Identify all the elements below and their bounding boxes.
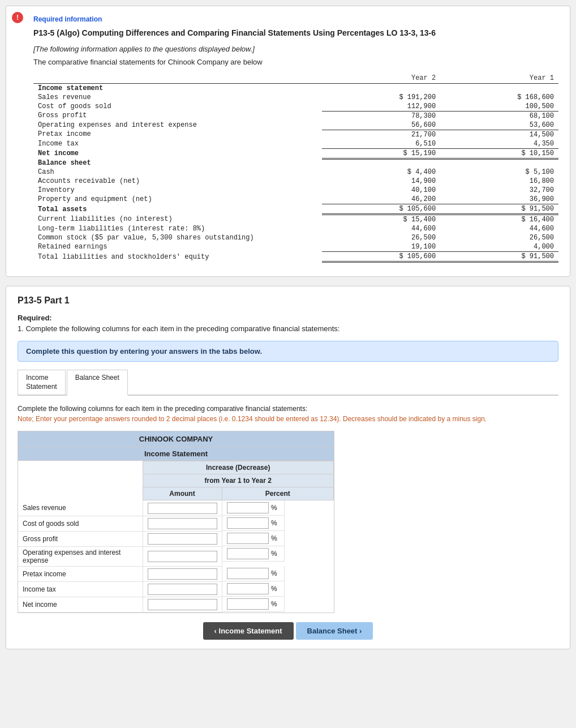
percent-input-cell-gp[interactable]: % (222, 531, 285, 546)
prev-button[interactable]: ‹ Income Statement (203, 622, 294, 640)
table-row: Inventory 40,100 32,700 (33, 186, 558, 195)
table-row: Long-term liabilities (interest rate: 8%… (33, 224, 558, 233)
percent-input-cell-sales[interactable]: % (222, 500, 285, 516)
percent-input-cell-opex[interactable]: % (222, 546, 285, 562)
table-row: Accounts receivable (net) 14,900 16,800 (33, 177, 558, 186)
chinook-row-opex: Operating expenses and interest expense … (18, 546, 334, 566)
required-info-link[interactable]: Required information (33, 15, 558, 23)
table-row: Gross profit 78,300 68,100 (33, 111, 558, 121)
from-year-header: from Year 1 to Year 2 (143, 474, 334, 487)
year1-header: Year 1 (440, 73, 558, 84)
percent-input-cell-netincome[interactable]: % (222, 597, 285, 612)
percent-sign: % (269, 519, 277, 527)
percent-sign: % (269, 569, 277, 577)
table-row: Net income $ 15,190 $ 10,150 (33, 148, 558, 159)
amount-input-cell-netincome[interactable] (143, 597, 222, 612)
next-button[interactable]: Balance Sheet › (296, 622, 373, 640)
table-row: Property and equipment (net) 46,200 36,9… (33, 195, 558, 204)
amount-input-sales[interactable] (148, 503, 217, 514)
chinook-table-wrapper: CHINOOK COMPANY Income Statement Increas… (18, 431, 334, 613)
table-row: Operating expenses and interest expense … (33, 121, 558, 130)
increase-decrease-header: Increase (Decrease) (143, 461, 334, 474)
table-row: Total liabilities and stockholders' equi… (33, 252, 558, 262)
year2-header: Year 2 (322, 73, 440, 84)
percent-input-cell-tax[interactable]: % (222, 581, 285, 597)
percent-sign: % (269, 600, 277, 608)
note-orange: Note; Enter your percentage answers roun… (18, 415, 487, 423)
chinook-row-netincome: Net income % (18, 597, 334, 612)
row-label-gp: Gross profit (18, 531, 143, 546)
amount-input-cell-cogs[interactable] (143, 516, 222, 531)
percent-input-netincome[interactable] (227, 598, 269, 610)
problem-title: P13-5 (Algo) Computing Differences and C… (33, 28, 558, 39)
percent-input-tax[interactable] (227, 583, 269, 594)
percent-input-gp[interactable] (227, 533, 269, 544)
amount-input-netincome[interactable] (148, 599, 217, 610)
percent-sign: % (269, 534, 277, 542)
chinook-row-pretax: Pretax income % (18, 566, 334, 581)
percent-sign: % (269, 550, 277, 558)
percent-input-cell-cogs[interactable]: % (222, 516, 285, 531)
table-row: Income statement (33, 83, 558, 93)
table-row: Common stock ($5 par value, 5,300 shares… (33, 233, 558, 242)
amount-input-opex[interactable] (148, 551, 217, 562)
percent-header: Percent (222, 487, 334, 500)
intro-text: The comparative financial statements for… (33, 58, 558, 66)
table-row: Balance sheet (33, 159, 558, 168)
row-label-opex: Operating expenses and interest expense (18, 546, 143, 566)
chinook-company-header: CHINOOK COMPANY (18, 431, 334, 447)
instruction-num: 1. (18, 324, 24, 333)
next-label: Balance Sheet (307, 627, 358, 635)
table-row: Pretax income 21,700 14,500 (33, 130, 558, 139)
row-label-sales: Sales revenue (18, 500, 143, 516)
percent-sign: % (269, 504, 277, 512)
chinook-row-cogs: Cost of goods sold % (18, 516, 334, 531)
part-title: P13-5 Part 1 (18, 296, 558, 306)
amount-input-cell-sales[interactable] (143, 500, 222, 516)
required-label: Required: (18, 314, 558, 322)
table-row: Total assets $ 105,600 $ 91,500 (33, 204, 558, 215)
table-row: Sales revenue $ 191,200 $ 168,600 (33, 93, 558, 102)
percent-input-cell-pretax[interactable]: % (222, 566, 285, 581)
alert-icon: ! (12, 12, 23, 23)
chinook-row-gp: Gross profit % (18, 531, 334, 546)
row-label-cogs: Cost of goods sold (18, 516, 143, 531)
row-label-tax: Income tax (18, 581, 143, 597)
italic-note: [The following information applies to th… (33, 45, 558, 53)
nav-buttons: ‹ Income Statement Balance Sheet › (18, 622, 558, 640)
row-label-pretax: Pretax income (18, 566, 143, 581)
percent-input-cogs[interactable] (227, 517, 269, 529)
info-box: ! Required information P13-5 (Algo) Comp… (6, 6, 570, 277)
tab-balance-sheet[interactable]: Balance Sheet (67, 370, 128, 396)
chinook-row-sales: Sales revenue % (18, 500, 334, 516)
percent-input-opex[interactable] (227, 548, 269, 559)
table-row: Current liabilities (no interest) $ 15,4… (33, 215, 558, 225)
chinook-subheader: Income Statement (18, 447, 334, 461)
amount-input-cell-opex[interactable] (143, 546, 222, 566)
row-label-netincome: Net income (18, 597, 143, 612)
table-row: Cost of goods sold 112,900 100,500 (33, 102, 558, 112)
amount-input-cell-gp[interactable] (143, 531, 222, 546)
part-section: P13-5 Part 1 Required: 1. Complete the f… (6, 286, 570, 649)
tab-income-statement[interactable]: IncomeStatement (18, 370, 66, 395)
note-text: Complete the following columns for each … (18, 404, 558, 424)
instruction-text: 1. Complete the following columns for ea… (18, 324, 558, 333)
percent-input-sales[interactable] (227, 502, 269, 513)
chinook-row-tax: Income tax % (18, 581, 334, 597)
table-row: Cash $ 4,400 $ 5,100 (33, 168, 558, 177)
amount-input-cell-pretax[interactable] (143, 566, 222, 581)
prev-label: Income Statement (219, 627, 282, 635)
amount-input-pretax[interactable] (148, 568, 217, 580)
table-row: Retained earnings 19,100 4,000 (33, 242, 558, 252)
amount-input-gp[interactable] (148, 533, 217, 545)
amount-input-tax[interactable] (148, 584, 217, 595)
percent-input-pretax[interactable] (227, 568, 269, 579)
blue-instruction-bar: Complete this question by entering your … (18, 341, 558, 362)
amount-input-cogs[interactable] (148, 518, 217, 529)
chinook-data-table: Increase (Decrease) from Year 1 to Year … (18, 461, 334, 613)
note-black: Complete the following columns for each … (18, 405, 307, 413)
table-row: Income tax 6,510 4,350 (33, 139, 558, 149)
amount-input-cell-tax[interactable] (143, 581, 222, 597)
financial-table: Year 2 Year 1 Income statement Sales rev… (33, 73, 558, 263)
tabs-container: IncomeStatement Balance Sheet (18, 370, 558, 396)
